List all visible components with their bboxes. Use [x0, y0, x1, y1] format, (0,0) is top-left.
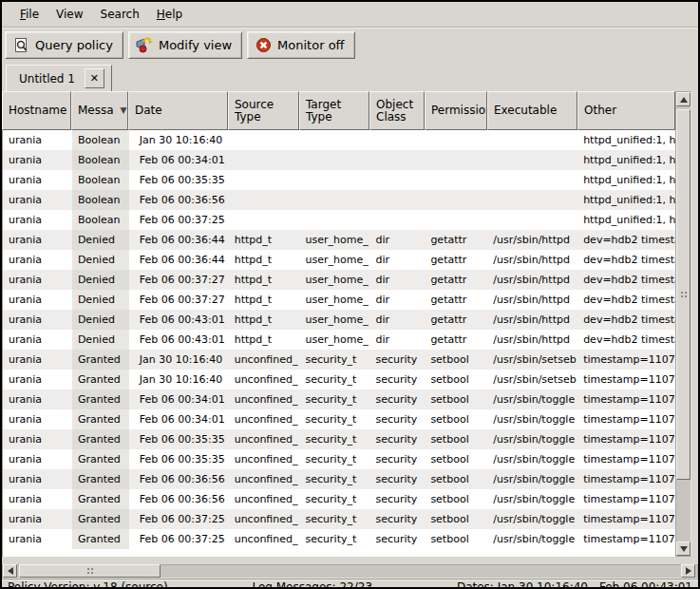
scroll-up-button[interactable] [676, 92, 691, 106]
table-row[interactable]: uraniaDeniedFeb 06 00:37:27httpd_tuser_h… [3, 290, 675, 310]
table-row[interactable]: uraniaDeniedFeb 06 00:36:44httpd_tuser_h… [3, 230, 675, 250]
table-row[interactable]: uraniaDeniedFeb 06 00:43:01httpd_tuser_h… [3, 310, 675, 330]
column-header-messa[interactable]: Messa▼ [71, 91, 128, 130]
table-row[interactable]: uraniaBooleanFeb 06 00:36:56httpd_unifie… [3, 190, 675, 210]
table-row[interactable]: uraniaGrantedFeb 06 00:35:35unconfined_s… [3, 449, 675, 469]
scroll-right-button[interactable] [681, 564, 695, 578]
table-cell: security [369, 409, 425, 429]
tab-untitled-1[interactable]: Untitled 1 ✕ [6, 65, 112, 91]
table-cell: unconfined_ [229, 409, 300, 429]
column-header-target-type[interactable]: Target Type [299, 91, 369, 130]
table-cell: httpd_unified:1, h [577, 190, 675, 210]
table-cell: Denied [72, 250, 129, 270]
column-header-label: Source Type [235, 99, 295, 124]
table-cell: urania [3, 529, 72, 549]
horizontal-scroll-thumb[interactable] [19, 564, 161, 578]
menu-view[interactable]: View [47, 5, 91, 24]
table-cell: Granted [72, 469, 129, 489]
table-row[interactable]: uraniaBooleanFeb 06 00:35:35httpd_unifie… [3, 170, 675, 190]
table-cell: /usr/sbin/toggle [487, 429, 577, 449]
table-cell: setbool [425, 390, 487, 409]
table-cell: /usr/sbin/setseb [487, 370, 577, 390]
table-cell: Feb 06 00:34:01 [129, 390, 229, 409]
menu-help[interactable]: Help [148, 5, 191, 24]
menu-file[interactable]: File [11, 5, 47, 24]
table-cell: /usr/sbin/toggle [487, 529, 577, 549]
table-cell: urania [3, 290, 72, 310]
table-cell: unconfined_ [229, 469, 300, 489]
table-cell: dir [369, 290, 425, 310]
table-row[interactable]: uraniaGrantedFeb 06 00:36:56unconfined_s… [3, 489, 675, 509]
table-cell: Jan 30 10:16:40 [129, 350, 229, 370]
table-cell: urania [3, 449, 72, 469]
table-cell: urania [3, 270, 72, 290]
column-header-permission[interactable]: Permission [425, 91, 487, 130]
table-cell: getattr [425, 310, 487, 330]
column-header-other[interactable]: Other [577, 91, 675, 130]
column-header-source-type[interactable]: Source Type [228, 91, 299, 130]
column-header-date[interactable]: Date [128, 91, 228, 130]
table-cell: security_t [300, 409, 370, 429]
table-cell: Feb 06 00:37:27 [129, 290, 229, 310]
table-cell: urania [3, 330, 72, 350]
table-cell: /usr/sbin/setseb [487, 350, 577, 370]
table-row[interactable]: uraniaGrantedJan 30 10:16:40unconfined_s… [3, 350, 675, 370]
vertical-scroll-thumb[interactable] [676, 109, 691, 480]
table-cell: security_t [300, 390, 370, 409]
arrow-left-icon [8, 567, 13, 575]
table-cell: user_home_ [300, 330, 370, 350]
table-cell: Feb 06 00:36:44 [129, 230, 229, 250]
column-header-label: Permission [431, 104, 487, 117]
table-cell: /usr/sbin/toggle [487, 469, 577, 489]
table-cell [229, 190, 300, 210]
vertical-scrollbar[interactable] [675, 91, 691, 557]
menu-search[interactable]: Search [92, 5, 148, 24]
column-header-label: Executable [494, 104, 557, 117]
table-cell [487, 170, 577, 190]
table-cell: security_t [300, 489, 370, 509]
column-header-executable[interactable]: Executable [487, 91, 577, 130]
table-row[interactable]: uraniaGrantedFeb 06 00:37:25unconfined_s… [3, 509, 675, 529]
table-cell: urania [3, 190, 72, 210]
scroll-down-button[interactable] [676, 542, 691, 556]
table-cell: user_home_ [300, 250, 370, 270]
table-row[interactable]: uraniaGrantedFeb 06 00:37:25unconfined_s… [3, 529, 675, 549]
table-row[interactable]: uraniaGrantedFeb 06 00:34:01unconfined_s… [3, 390, 675, 409]
table-cell: urania [3, 489, 72, 509]
table-row[interactable]: uraniaDeniedFeb 06 00:43:01httpd_tuser_h… [3, 330, 675, 350]
table-cell: Feb 06 00:37:25 [129, 509, 229, 529]
column-header-label: Date [135, 104, 162, 117]
table-cell: httpd_t [229, 330, 300, 350]
table-cell: setbool [425, 429, 487, 449]
table-cell: Feb 06 00:43:01 [129, 330, 229, 350]
table-cell: Feb 06 00:35:35 [129, 449, 229, 469]
table-row[interactable]: uraniaGrantedJan 30 10:16:40unconfined_s… [3, 370, 675, 390]
table-cell: Feb 06 00:34:01 [129, 150, 229, 170]
table-row[interactable]: uraniaGrantedFeb 06 00:34:01unconfined_s… [3, 409, 675, 429]
arrow-down-icon [680, 546, 688, 552]
table-row[interactable]: uraniaDeniedFeb 06 00:36:44httpd_tuser_h… [3, 250, 675, 270]
table-row[interactable]: uraniaDeniedFeb 06 00:37:27httpd_tuser_h… [3, 270, 675, 290]
tab-close-button[interactable]: ✕ [85, 68, 104, 88]
table-cell: httpd_t [229, 250, 300, 270]
table-cell: Granted [72, 350, 129, 370]
table-row[interactable]: uraniaBooleanFeb 06 00:34:01httpd_unifie… [3, 150, 675, 170]
table-cell: unconfined_ [229, 509, 300, 529]
table-cell: Jan 30 10:16:40 [129, 130, 229, 150]
horizontal-scrollbar[interactable] [2, 564, 698, 579]
modify-view-button[interactable]: Modify view [128, 31, 242, 59]
sort-descending-icon: ▼ [121, 104, 127, 117]
query-policy-button[interactable]: Query policy [5, 31, 123, 59]
table-row[interactable]: uraniaBooleanJan 30 10:16:40httpd_unifie… [3, 130, 675, 150]
column-header-hostname[interactable]: Hostname [2, 91, 71, 130]
table-cell [425, 190, 487, 210]
table-cell: urania [3, 210, 72, 230]
column-header-object-class[interactable]: Object Class [369, 91, 425, 130]
table-row[interactable]: uraniaGrantedFeb 06 00:36:56unconfined_s… [3, 469, 675, 489]
table-row[interactable]: uraniaBooleanFeb 06 00:37:25httpd_unifie… [3, 210, 675, 230]
scroll-left-button[interactable] [3, 564, 17, 578]
table-cell: dir [369, 250, 425, 270]
monitor-off-button[interactable]: Monitor off [247, 31, 354, 59]
table-cell: dir [369, 270, 425, 290]
table-row[interactable]: uraniaGrantedFeb 06 00:35:35unconfined_s… [3, 429, 675, 449]
